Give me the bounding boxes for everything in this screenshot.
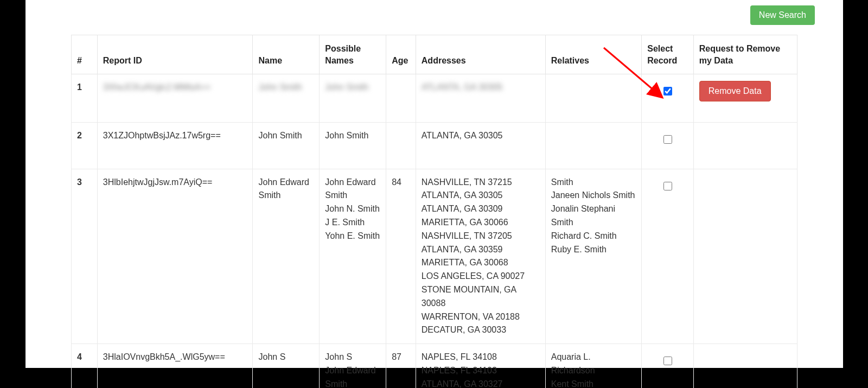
- relative-item: Kent Smith: [551, 378, 636, 388]
- address-item: DECATUR, GA 30033: [422, 323, 540, 337]
- possible-name-item: John S: [325, 351, 380, 364]
- table-row: 13XheJCKuAVglc2.MMloA==John SmithJohn Sm…: [72, 74, 797, 122]
- cell-select-record: [642, 344, 694, 388]
- cell-possible-names: John SJohn Edward Smith: [320, 344, 386, 388]
- cell-age: 87: [386, 344, 416, 388]
- cell-report-id: 3HlbIehjtwJgjJsw.m7AyiQ==: [97, 169, 253, 344]
- table-row: 23X1ZJOhptwBsjJAz.17w5rg==John SmithJohn…: [72, 122, 797, 169]
- results-table-container: # Report ID Name Possible Names Age Addr…: [25, 35, 843, 388]
- col-header-request-remove: Request to Remove my Data: [693, 35, 797, 74]
- table-row: 33HlbIehjtwJgjJsw.m7AyiQ==John Edward Sm…: [72, 169, 797, 344]
- cell-addresses: ATLANTA, GA 30305: [416, 74, 545, 122]
- address-item: NAPLES, FL 34103: [422, 364, 540, 378]
- cell-possible-names: John Edward SmithJohn N. SmithJ E. Smith…: [320, 169, 386, 344]
- possible-name-item: Yohn E. Smith: [325, 230, 380, 243]
- possible-name-item: John N. Smith: [325, 202, 380, 216]
- cell-relatives: Aquaria L. RichardsonKent Smith: [545, 344, 641, 388]
- cell-request-remove: [693, 122, 797, 169]
- cell-age: [386, 74, 416, 122]
- cell-relatives: [545, 74, 641, 122]
- col-header-age: Age: [386, 35, 416, 74]
- cell-addresses: NASHVILLE, TN 37215ATLANTA, GA 30305ATLA…: [416, 169, 545, 344]
- col-header-relatives: Relatives: [545, 35, 641, 74]
- cell-number: 3: [72, 169, 98, 344]
- cell-report-id: 3X1ZJOhptwBsjJAz.17w5rg==: [97, 122, 253, 169]
- address-item: NASHVILLE, TN 37205: [422, 230, 540, 243]
- address-item: MARIETTA, GA 30068: [422, 256, 540, 270]
- address-item: NAPLES, FL 34108: [422, 351, 540, 364]
- results-table: # Report ID Name Possible Names Age Addr…: [71, 35, 797, 388]
- cell-select-record: [642, 122, 694, 169]
- possible-name-item: John Smith: [325, 129, 380, 143]
- address-item: ATLANTA, GA 30359: [422, 243, 540, 257]
- select-record-checkbox[interactable]: [663, 87, 672, 96]
- address-item: ATLANTA, GA 30305: [422, 129, 540, 143]
- relative-item: Smith: [551, 176, 636, 189]
- cell-age: 84: [386, 169, 416, 344]
- col-header-report-id: Report ID: [97, 35, 253, 74]
- cell-request-remove: Remove Data: [693, 74, 797, 122]
- cell-addresses: NAPLES, FL 34108NAPLES, FL 34103ATLANTA,…: [416, 344, 545, 388]
- cell-select-record: [642, 169, 694, 344]
- page-container: New Search # Report ID Name Possible Nam…: [25, 0, 843, 368]
- cell-number: 4: [72, 344, 98, 388]
- table-header-row: # Report ID Name Possible Names Age Addr…: [72, 35, 797, 74]
- relative-item: Richard C. Smith: [551, 230, 636, 243]
- select-record-checkbox[interactable]: [663, 357, 672, 365]
- relative-item: Jonalin Stephani Smith: [551, 202, 636, 230]
- address-item: ATLANTA, GA 30327: [422, 378, 540, 388]
- cell-relatives: SmithJaneen Nichols SmithJonalin Stephan…: [545, 169, 641, 344]
- cell-name: John Edward Smith: [253, 169, 320, 344]
- cell-select-record: [642, 74, 694, 122]
- address-item: LOS ANGELES, CA 90027: [422, 270, 540, 283]
- table-row: 43HlaIOVnvgBkh5A_.WlG5yw==John SJohn SJo…: [72, 344, 797, 388]
- cell-name: John Smith: [253, 74, 320, 122]
- cell-addresses: ATLANTA, GA 30305: [416, 122, 545, 169]
- new-search-button[interactable]: New Search: [750, 5, 815, 25]
- cell-number: 1: [72, 74, 98, 122]
- cell-possible-names: John Smith: [320, 74, 386, 122]
- cell-report-id: 3HlaIOVnvgBkh5A_.WlG5yw==: [97, 344, 253, 388]
- address-item: ATLANTA, GA 30305: [422, 189, 540, 202]
- cell-age: [386, 122, 416, 169]
- possible-name-item: John Smith: [325, 81, 380, 94]
- col-header-addresses: Addresses: [416, 35, 545, 74]
- cell-name: John S: [253, 344, 320, 388]
- address-item: NASHVILLE, TN 37215: [422, 176, 540, 189]
- address-item: STONE MOUNTAIN, GA 30088: [422, 283, 540, 310]
- relative-item: Janeen Nichols Smith: [551, 189, 636, 202]
- address-item: ATLANTA, GA 30305: [422, 81, 540, 94]
- address-item: ATLANTA, GA 30309: [422, 202, 540, 216]
- cell-possible-names: John Smith: [320, 122, 386, 169]
- address-item: WARRENTON, VA 20188: [422, 310, 540, 324]
- relative-item: Aquaria L. Richardson: [551, 351, 636, 378]
- cell-request-remove: [693, 169, 797, 344]
- col-header-number: #: [72, 35, 98, 74]
- relative-item: Ruby E. Smith: [551, 243, 636, 257]
- select-record-checkbox[interactable]: [663, 182, 672, 190]
- col-header-name: Name: [253, 35, 320, 74]
- possible-name-item: J E. Smith: [325, 216, 380, 230]
- address-item: MARIETTA, GA 30066: [422, 216, 540, 230]
- cell-relatives: [545, 122, 641, 169]
- cell-request-remove: [693, 344, 797, 388]
- cell-report-id: 3XheJCKuAVglc2.MMloA==: [97, 74, 253, 122]
- cell-name: John Smith: [253, 122, 320, 169]
- col-header-possible-names: Possible Names: [320, 35, 386, 74]
- select-record-checkbox[interactable]: [663, 135, 672, 144]
- possible-name-item: John Edward Smith: [325, 176, 380, 203]
- toolbar: New Search: [25, 5, 843, 35]
- possible-name-item: John Edward Smith: [325, 364, 380, 388]
- remove-data-button[interactable]: Remove Data: [699, 81, 771, 101]
- col-header-select-record: Select Record: [642, 35, 694, 74]
- cell-number: 2: [72, 122, 98, 169]
